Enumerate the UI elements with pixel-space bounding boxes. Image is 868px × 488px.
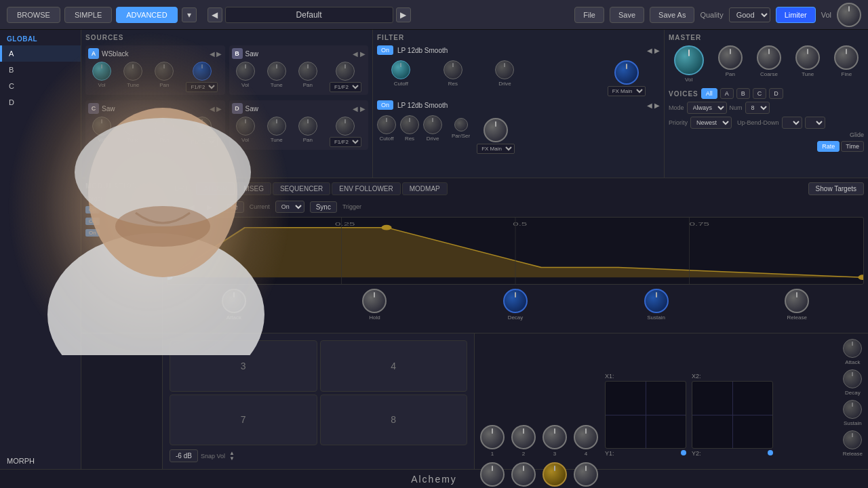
xy-pad-x1[interactable]	[605, 381, 686, 449]
num-select[interactable]: 8	[745, 102, 770, 114]
mod-on-3[interactable]: On	[85, 229, 100, 237]
browse-button[interactable]: BROWSE	[7, 7, 60, 23]
filter-fxmain-knob[interactable]	[614, 60, 639, 85]
tab-lfo[interactable]: LFO	[167, 182, 195, 195]
tab-modmap[interactable]: MODMAP	[402, 182, 448, 195]
r-release-knob[interactable]	[843, 430, 862, 449]
source-d-vol-knob[interactable]	[236, 117, 255, 136]
voice-b-button[interactable]: B	[736, 88, 750, 99]
source-a-vol-knob[interactable]	[92, 62, 111, 81]
sidebar-item-a[interactable]: A	[0, 45, 81, 62]
limiter-button[interactable]: Limiter	[776, 7, 816, 23]
source-b-f1f2-knob[interactable]	[336, 62, 355, 81]
filter2-res-knob[interactable]	[400, 115, 419, 134]
env-on-select[interactable]: On	[275, 201, 304, 213]
voice-d-button[interactable]: D	[769, 88, 783, 99]
source-c-f1f2-select[interactable]: F1/F2	[186, 137, 218, 147]
release-knob[interactable]	[785, 289, 809, 313]
priority-select[interactable]: Newest	[690, 117, 732, 129]
advanced-button[interactable]: ADVANCED	[116, 7, 177, 23]
rate-button[interactable]: Rate	[817, 141, 840, 152]
r-sustain-knob[interactable]	[843, 400, 862, 419]
par-ser-knob[interactable]	[454, 118, 468, 131]
source-b-vol-knob[interactable]	[236, 62, 255, 81]
r-decay-knob[interactable]	[843, 369, 862, 388]
source-c-pan-knob[interactable]	[155, 117, 174, 136]
source-b-tune-knob[interactable]	[267, 62, 286, 81]
pad-4[interactable]: 4	[320, 340, 468, 392]
source-d-f1f2-select[interactable]: F1/F2	[330, 137, 361, 147]
master-tune-knob[interactable]	[795, 45, 820, 70]
filter-fxmain-select[interactable]: FX Main	[608, 86, 646, 96]
source-b-nav[interactable]: ◀ ▶	[353, 50, 366, 58]
tab-ahdsr[interactable]: AHDSR	[196, 182, 235, 195]
dropdown-button[interactable]: ▾	[182, 7, 197, 22]
filter2-drive-knob[interactable]	[423, 115, 442, 134]
save-button[interactable]: Save	[610, 7, 644, 23]
source-b-pan-knob[interactable]	[298, 62, 317, 81]
snap-vol-arrows[interactable]: ▲ ▼	[229, 451, 235, 462]
xy-pad-x2[interactable]	[692, 381, 773, 449]
mod-knob-3[interactable]	[542, 425, 567, 449]
voice-all-button[interactable]: All	[701, 88, 717, 99]
filter2-fxmain-knob[interactable]	[484, 118, 508, 142]
mod-on-2[interactable]: On	[85, 218, 100, 225]
filter1-drive-knob[interactable]	[495, 60, 514, 79]
sidebar-item-d[interactable]: D	[0, 94, 81, 110]
source-c-vol-knob[interactable]	[92, 117, 111, 136]
mod-knob-2[interactable]	[511, 425, 536, 449]
bend-select1[interactable]: 2	[782, 117, 802, 129]
voice-a-button[interactable]: A	[720, 88, 734, 99]
preset-next-button[interactable]: ▶	[396, 7, 411, 22]
source-a-tune-knob[interactable]	[123, 62, 142, 81]
env-next-button[interactable]: ▶	[203, 201, 216, 213]
source-a-f1f2-knob[interactable]	[193, 62, 212, 81]
mod-knob-7[interactable]	[542, 462, 567, 487]
voice-c-button[interactable]: C	[753, 88, 767, 99]
tab-sequencer[interactable]: SEQUENCER	[273, 182, 330, 195]
source-a-f1f2-select[interactable]: F1/F2	[186, 82, 218, 92]
simple-button[interactable]: SIMPLE	[64, 7, 112, 23]
filter2-nav[interactable]: ◀ ▶	[647, 102, 660, 109]
mod-on-1[interactable]: On	[85, 206, 100, 214]
quality-select[interactable]: Good	[729, 7, 770, 22]
filter2-cutoff-knob[interactable]	[377, 115, 396, 134]
show-targets-button[interactable]: Show Targets	[808, 182, 864, 195]
tab-mseg[interactable]: MSEG	[236, 182, 271, 195]
preset-prev-button[interactable]: ◀	[208, 7, 222, 22]
attack-knob[interactable]	[222, 289, 246, 313]
r-attack-knob[interactable]	[843, 339, 862, 358]
tab-env-follower[interactable]: ENV FOLLOWER	[332, 182, 400, 195]
source-d-nav[interactable]: ◀ ▶	[353, 105, 366, 113]
sidebar-item-c[interactable]: C	[0, 78, 81, 94]
mod-knob-1[interactable]	[480, 425, 505, 449]
filter1-on-button[interactable]: On	[377, 45, 393, 55]
mod-knob-5[interactable]	[480, 462, 505, 487]
saveas-button[interactable]: Save As	[650, 7, 694, 23]
master-fine-knob[interactable]	[834, 45, 859, 70]
vol-knob[interactable]	[837, 3, 861, 27]
mod-knob-6[interactable]	[511, 462, 536, 487]
master-vol-knob[interactable]	[674, 45, 704, 75]
env-sync-button[interactable]: Sync	[310, 201, 337, 213]
pad-3[interactable]: 3	[170, 340, 317, 392]
time-button[interactable]: Time	[841, 141, 864, 152]
filter2-fxmain-select[interactable]: FX Main	[477, 144, 515, 154]
source-d-f1f2-knob[interactable]	[336, 117, 355, 136]
source-b-f1f2-select[interactable]: F1/F2	[330, 82, 361, 92]
mod-knob-8[interactable]	[574, 462, 598, 487]
file-button[interactable]: File	[574, 7, 604, 23]
bend-select2[interactable]: 2	[805, 117, 825, 129]
source-d-tune-knob[interactable]	[267, 117, 286, 136]
mod-knob-4[interactable]	[574, 425, 598, 449]
pad-7[interactable]: 7	[170, 394, 317, 446]
sidebar-item-b[interactable]: B	[0, 62, 81, 78]
mode-select[interactable]: Always	[687, 102, 727, 114]
source-c-tune-knob[interactable]	[123, 117, 142, 136]
filter2-on-button[interactable]: On	[377, 100, 393, 110]
pad-8[interactable]: 8	[320, 394, 468, 446]
decay-knob[interactable]	[503, 289, 528, 313]
filter1-nav[interactable]: ◀ ▶	[647, 47, 660, 54]
sustain-knob[interactable]	[644, 289, 669, 313]
source-d-pan-knob[interactable]	[298, 117, 317, 136]
